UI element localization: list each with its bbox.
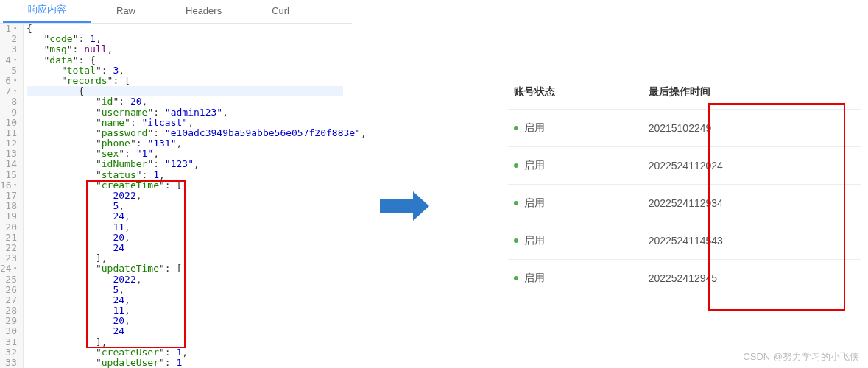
lastop-cell: 2022524114543 — [643, 222, 861, 260]
line-number-gutter: 1▾ 2 3 4▾ 5 6▾ 7▾ 8 9 10 11 12 13 14 15 … — [0, 24, 24, 368]
arrow-icon — [380, 191, 429, 221]
col-header-lastop: 最后操作时间 — [643, 74, 861, 110]
status-dot-icon — [514, 201, 518, 205]
status-text: 启用 — [524, 272, 545, 283]
tab-raw[interactable]: Raw — [91, 1, 160, 23]
csdn-watermark: CSDN @努力学习的小飞侠 — [743, 350, 859, 364]
table-row: 启用 2022524112934 — [508, 185, 861, 222]
status-text: 启用 — [524, 234, 545, 246]
tab-curl[interactable]: Curl — [247, 1, 314, 23]
lastop-cell: 2022524112024 — [643, 147, 861, 185]
col-header-status: 账号状态 — [508, 74, 643, 110]
lastop-cell: 2022524112934 — [643, 185, 861, 222]
tab-response-body[interactable]: 响应内容 — [3, 0, 91, 23]
status-dot-icon — [514, 126, 518, 130]
lastop-cell: 20215102249 — [643, 110, 861, 147]
json-viewer: 1▾ 2 3 4▾ 5 6▾ 7▾ 8 9 10 11 12 13 14 15 … — [0, 24, 352, 368]
status-dot-icon — [514, 276, 518, 280]
status-text: 启用 — [524, 121, 545, 133]
response-panel: 响应内容 Raw Headers Curl 1▾ 2 3 4▾ 5 6▾ 7▾ … — [0, 0, 352, 368]
table-row: 启用 2022524112024 — [508, 147, 861, 185]
table-row: 启用 2022524114543 — [508, 222, 861, 260]
table-row: 启用 20215102249 — [508, 110, 861, 147]
status-dot-icon — [514, 163, 518, 168]
result-table-panel: 账号状态 最后操作时间 启用 20215102249 启用 2022524112… — [508, 74, 861, 297]
status-dot-icon — [514, 238, 518, 243]
table-row: 启用 202252412945 — [508, 260, 861, 297]
lastop-cell: 202252412945 — [643, 260, 861, 297]
status-text: 启用 — [524, 197, 545, 208]
code-content[interactable]: { "code": 1, "msg": null, "data": { "tot… — [24, 24, 367, 368]
result-table: 账号状态 最后操作时间 启用 20215102249 启用 2022524112… — [508, 74, 861, 297]
response-tabs: 响应内容 Raw Headers Curl — [0, 0, 352, 24]
tab-headers[interactable]: Headers — [160, 1, 247, 23]
status-text: 启用 — [524, 159, 545, 171]
